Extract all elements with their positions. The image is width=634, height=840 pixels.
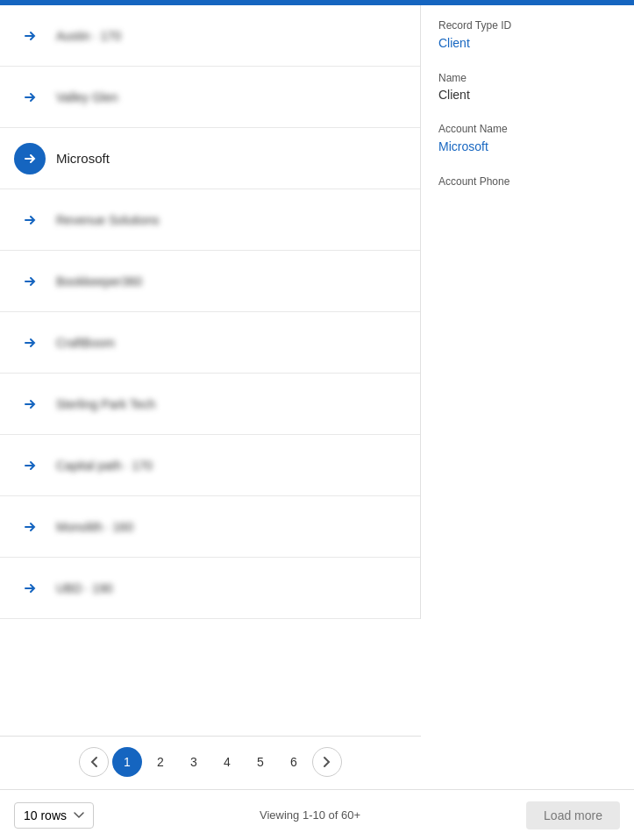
detail-panel: Record Type ID Client Name Client Accoun… bbox=[421, 5, 634, 619]
item-text: Bookkeeper360 bbox=[56, 274, 142, 288]
page-1-button[interactable]: 1 bbox=[112, 747, 142, 777]
name-label: Name bbox=[438, 72, 616, 84]
list-item[interactable]: Microsoft bbox=[0, 128, 420, 189]
chevron-down-icon bbox=[74, 812, 84, 819]
rows-label: 10 rows bbox=[24, 808, 67, 822]
list-item[interactable]: Monolith · 160 bbox=[0, 496, 420, 558]
item-text: Sterling Park Tech bbox=[56, 397, 155, 411]
arrow-icon bbox=[14, 327, 46, 359]
item-text: Capital path · 170 bbox=[56, 459, 153, 473]
account-name-value[interactable]: Microsoft bbox=[438, 139, 488, 153]
list-item[interactable]: Valley Glen bbox=[0, 67, 420, 128]
account-name-field: Account Name Microsoft bbox=[438, 123, 616, 154]
name-value: Client bbox=[438, 88, 616, 102]
list-panel: Austin · 170Valley GlenMicrosoftRevenue … bbox=[0, 5, 421, 619]
page-3-button[interactable]: 3 bbox=[179, 747, 209, 777]
arrow-icon bbox=[14, 82, 46, 113]
load-more-button[interactable]: Load more bbox=[526, 801, 620, 829]
next-page-button[interactable] bbox=[312, 747, 342, 777]
list-item[interactable]: Bookkeeper360 bbox=[0, 251, 420, 312]
list-item[interactable]: Sterling Park Tech bbox=[0, 374, 420, 435]
item-text: Microsoft bbox=[56, 151, 110, 166]
page-6-button[interactable]: 6 bbox=[279, 747, 309, 777]
bottom-bar: 10 rows Viewing 1-10 of 60+ Load more bbox=[0, 789, 634, 840]
record-type-id-value[interactable]: Client bbox=[438, 36, 470, 50]
rows-select[interactable]: 10 rows bbox=[14, 802, 94, 829]
item-text: Revenue Solutions bbox=[56, 213, 160, 227]
item-text: UBD · 190 bbox=[56, 581, 113, 595]
account-phone-field: Account Phone bbox=[438, 175, 616, 188]
record-type-id-label: Record Type ID bbox=[438, 19, 616, 32]
page-5-button[interactable]: 5 bbox=[246, 747, 275, 777]
item-text: Monolith · 160 bbox=[56, 520, 133, 534]
list-item[interactable]: Austin · 170 bbox=[0, 5, 420, 67]
list-item[interactable]: Capital path · 170 bbox=[0, 435, 420, 496]
item-text: Austin · 170 bbox=[56, 29, 121, 43]
arrow-icon bbox=[14, 573, 46, 604]
list-item[interactable]: Revenue Solutions bbox=[0, 189, 420, 251]
item-text: Valley Glen bbox=[56, 90, 118, 104]
record-type-id-field: Record Type ID Client bbox=[438, 19, 616, 51]
item-text: CraftBoom bbox=[56, 336, 115, 350]
account-name-label: Account Name bbox=[438, 123, 616, 135]
arrow-icon bbox=[14, 204, 46, 236]
account-phone-label: Account Phone bbox=[438, 175, 616, 188]
list-item[interactable]: CraftBoom bbox=[0, 312, 420, 374]
arrow-icon bbox=[14, 266, 46, 297]
arrow-icon bbox=[14, 450, 46, 481]
pagination: 123456 bbox=[14, 747, 407, 777]
viewing-text: Viewing 1-10 of 60+ bbox=[108, 808, 512, 822]
arrow-icon bbox=[14, 143, 46, 174]
page-4-button[interactable]: 4 bbox=[212, 747, 242, 777]
arrow-icon bbox=[14, 511, 46, 543]
list-item[interactable]: UBD · 190 bbox=[0, 558, 420, 619]
arrow-icon bbox=[14, 388, 46, 420]
pagination-footer: 123456 bbox=[0, 736, 421, 787]
arrow-icon bbox=[14, 20, 46, 52]
prev-page-button[interactable] bbox=[79, 747, 109, 777]
name-field: Name Client bbox=[438, 72, 616, 102]
page-2-button[interactable]: 2 bbox=[146, 747, 175, 777]
